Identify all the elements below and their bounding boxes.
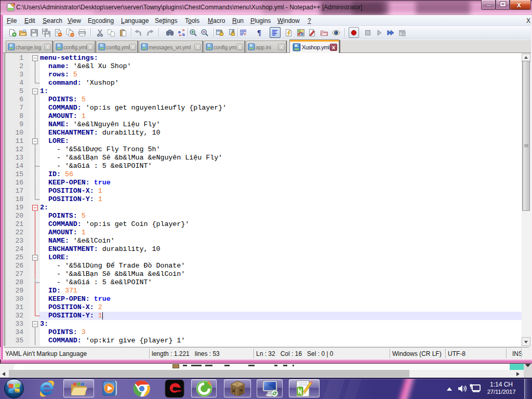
svg-text:¶: ¶ bbox=[257, 29, 261, 37]
svg-text:a: a bbox=[178, 30, 181, 34]
svg-text:b: b bbox=[182, 32, 185, 37]
